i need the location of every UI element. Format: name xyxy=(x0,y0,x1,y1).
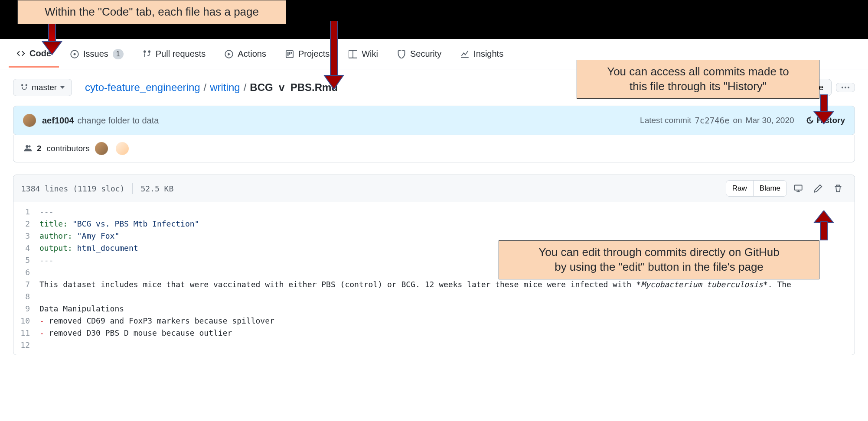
svg-marker-16 xyxy=(814,210,833,223)
code-line: --- xyxy=(39,206,54,218)
pencil-icon xyxy=(814,184,822,193)
breadcrumb: cyto-feature_engineering / writing / BCG… xyxy=(85,81,338,94)
contributor-avatar[interactable] xyxy=(116,142,129,155)
svg-point-8 xyxy=(848,87,849,88)
svg-marker-11 xyxy=(42,42,62,55)
project-icon xyxy=(285,50,294,58)
svg-point-6 xyxy=(842,87,843,88)
svg-rect-9 xyxy=(794,185,802,190)
main-container: master cyto-feature_engineering / writin… xyxy=(0,69,868,365)
trash-icon xyxy=(834,184,842,193)
code-line: Data Manipulations xyxy=(39,303,124,315)
breadcrumb-sep: / xyxy=(202,81,209,94)
svg-rect-3 xyxy=(287,52,289,56)
code-line: - removed CD69 and FoxP3 markers because… xyxy=(39,315,274,327)
raw-blame-group: Raw Blame xyxy=(726,180,787,197)
contributor-avatar[interactable] xyxy=(95,142,108,155)
tab-insights[interactable]: Insights xyxy=(453,41,511,67)
breadcrumb-repo[interactable]: cyto-feature_engineering xyxy=(85,81,200,94)
annotation-edit: You can edit through commits directly on… xyxy=(499,240,819,279)
arrow-down-icon xyxy=(39,21,65,55)
edit-button[interactable] xyxy=(809,181,827,196)
svg-point-0 xyxy=(74,53,76,55)
tab-insights-label: Insights xyxy=(473,49,503,59)
code-line: output: html_document xyxy=(39,242,138,254)
breadcrumb-folder[interactable]: writing xyxy=(210,81,240,94)
issue-icon xyxy=(70,50,79,58)
annotation-top: Within the "Code" tab, each file has a p… xyxy=(17,0,286,24)
tab-security-label: Security xyxy=(410,49,441,59)
latest-commit-box: aef1004 change folder to data Latest com… xyxy=(13,106,855,135)
svg-point-7 xyxy=(845,87,846,88)
people-icon xyxy=(23,144,32,153)
shield-icon xyxy=(397,50,406,58)
desktop-icon xyxy=(794,184,803,193)
tab-issues-label: Issues xyxy=(83,49,108,59)
code-line: This dataset includes mice that were vac… xyxy=(39,279,791,291)
file-size: 52.5 KB xyxy=(140,184,173,193)
code-line: title: "BCG vs. PBS Mtb Infection" xyxy=(39,218,199,230)
play-icon xyxy=(225,50,233,58)
graph-icon xyxy=(460,50,469,58)
blame-button[interactable]: Blame xyxy=(753,181,786,196)
commit-message[interactable]: change folder to data xyxy=(77,116,159,126)
commit-date[interactable]: Mar 30, 2020 xyxy=(746,116,794,125)
annotation-history: You can access all commits made to this … xyxy=(577,60,819,99)
file-header: 1384 lines (1119 sloc) 52.5 KB Raw Blame xyxy=(13,175,855,202)
desktop-button[interactable] xyxy=(790,181,807,196)
tab-pulls-label: Pull requests xyxy=(156,49,206,59)
avatar[interactable] xyxy=(23,114,36,127)
svg-rect-17 xyxy=(820,222,827,240)
contributors-count: 2 xyxy=(37,144,42,153)
contributors-box: 2 contributors xyxy=(13,135,855,162)
file-lines: 1384 lines (1119 sloc) xyxy=(21,184,124,193)
latest-commit-label: Latest commit xyxy=(640,116,691,125)
contributors-label: contributors xyxy=(47,144,90,153)
svg-rect-4 xyxy=(289,52,290,55)
pull-request-icon xyxy=(143,50,151,58)
tab-security[interactable]: Security xyxy=(389,41,449,67)
commit-sha[interactable]: 7c2746e xyxy=(695,116,729,125)
code-line: --- xyxy=(39,254,54,266)
svg-marker-15 xyxy=(814,112,833,124)
arrow-up-icon xyxy=(811,210,837,241)
tab-actions[interactable]: Actions xyxy=(217,41,274,67)
tab-wiki[interactable]: Wiki xyxy=(341,41,386,67)
branch-name: master xyxy=(32,83,57,92)
svg-rect-5 xyxy=(290,52,292,54)
arrow-down-icon xyxy=(811,94,837,125)
code-icon xyxy=(16,49,25,58)
kebab-icon xyxy=(842,87,849,88)
more-options-button[interactable] xyxy=(836,83,855,92)
raw-button[interactable]: Raw xyxy=(726,181,753,196)
issues-count-badge: 1 xyxy=(113,49,124,59)
breadcrumb-sep: / xyxy=(242,81,248,94)
svg-rect-14 xyxy=(820,94,827,113)
code-line: author: "Amy Fox" xyxy=(39,230,119,242)
tab-issues[interactable]: Issues 1 xyxy=(62,41,131,67)
svg-rect-12 xyxy=(330,21,337,76)
code-line: - removed D30 PBS D mouse because outlie… xyxy=(39,327,232,339)
branch-select-button[interactable]: master xyxy=(13,79,72,96)
svg-marker-13 xyxy=(324,75,343,89)
triangle-down-icon xyxy=(60,85,65,90)
arrow-down-icon xyxy=(321,21,347,90)
book-icon xyxy=(349,50,357,58)
tab-actions-label: Actions xyxy=(238,49,266,59)
commit-author[interactable]: aef1004 xyxy=(42,116,74,126)
delete-button[interactable] xyxy=(829,181,847,196)
tab-pulls[interactable]: Pull requests xyxy=(135,41,214,67)
commit-date-prefix: on xyxy=(733,116,742,125)
git-branch-icon xyxy=(20,84,28,91)
tab-wiki-label: Wiki xyxy=(362,49,378,59)
